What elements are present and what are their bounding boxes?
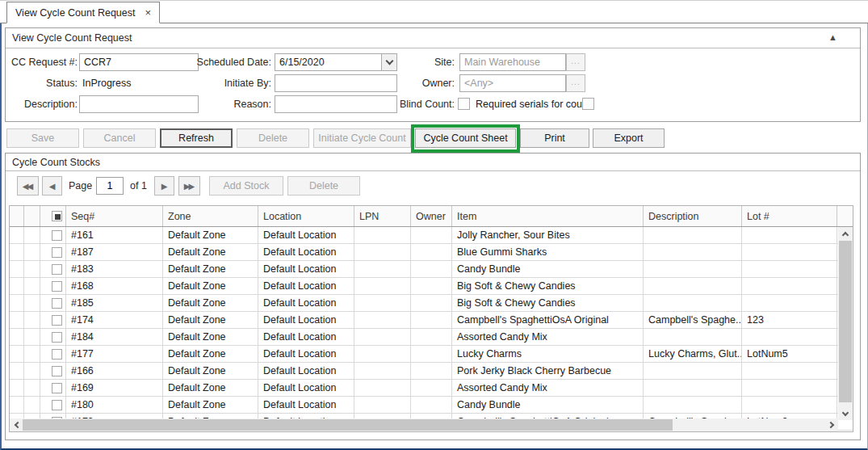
- cell-lot: [742, 278, 837, 295]
- table-row[interactable]: #184Default ZoneDefault LocationAssorted…: [10, 329, 853, 346]
- table-row[interactable]: #183Default ZoneDefault LocationCandy Bu…: [10, 261, 853, 278]
- scheduled-date-label: Scheduled Date:: [167, 53, 271, 71]
- header-state: [24, 206, 40, 226]
- pager-prev-button[interactable]: ◀: [42, 176, 62, 196]
- row-checkbox[interactable]: [52, 383, 62, 393]
- row-checkbox[interactable]: [52, 332, 62, 343]
- cell-description: [644, 227, 742, 244]
- horizontal-scrollbar[interactable]: [10, 418, 838, 431]
- header-lpn[interactable]: LPN: [354, 206, 411, 226]
- horizontal-scroll-thumb[interactable]: [23, 419, 673, 431]
- row-checkbox[interactable]: [52, 281, 62, 292]
- header-owner[interactable]: Owner: [411, 206, 452, 226]
- tab-title: View Cycle Count Request: [15, 7, 135, 19]
- refresh-button[interactable]: Refresh: [160, 128, 233, 148]
- delete-stock-button[interactable]: Delete: [287, 176, 360, 196]
- initiate-by-input[interactable]: [275, 74, 397, 92]
- table-row[interactable]: #161Default ZoneDefault LocationJolly Ra…: [10, 227, 853, 244]
- site-input[interactable]: [459, 53, 566, 71]
- table-row[interactable]: #174Default ZoneDefault LocationCampbell…: [10, 312, 853, 329]
- required-serials-checkbox[interactable]: [582, 98, 594, 110]
- row-indicator: [10, 346, 24, 363]
- scheduled-date-picker[interactable]: 6/15/2020: [275, 53, 397, 71]
- cell-seq: #187: [66, 244, 163, 261]
- cell-description: [644, 244, 742, 261]
- table-row[interactable]: #166Default ZoneDefault LocationPork Jer…: [10, 363, 853, 380]
- row-checkbox[interactable]: [52, 298, 62, 309]
- row-indicator: [10, 278, 24, 295]
- vertical-scroll-thumb[interactable]: [839, 241, 852, 402]
- page-number-input[interactable]: [96, 177, 124, 195]
- cell-owner: [411, 227, 452, 244]
- blind-count-label: Blind Count:: [367, 95, 455, 113]
- row-checkbox[interactable]: [52, 400, 62, 410]
- row-checkbox[interactable]: [52, 315, 62, 326]
- owner-input[interactable]: [459, 74, 566, 92]
- cell-item: Big Soft & Chewy Candies: [452, 295, 644, 312]
- header-item[interactable]: Item: [452, 206, 644, 226]
- cell-description: [644, 363, 742, 380]
- site-label: Site:: [393, 53, 455, 71]
- site-browse-button[interactable]: ...: [566, 53, 585, 71]
- blind-count-checkbox[interactable]: [458, 98, 470, 110]
- cell-lot: [742, 261, 837, 278]
- cycle-count-sheet-button[interactable]: Cycle Count Sheet: [415, 128, 516, 148]
- page-label: Page: [69, 176, 92, 196]
- vertical-scrollbar[interactable]: [838, 227, 853, 420]
- table-row[interactable]: #169Default ZoneDefault LocationAssorted…: [10, 380, 853, 397]
- scroll-down-icon[interactable]: [838, 407, 853, 420]
- table-row[interactable]: #177Default ZoneDefault LocationLucky Ch…: [10, 346, 853, 363]
- row-state-cell: [24, 312, 40, 329]
- cell-description: [644, 278, 742, 295]
- header-zone[interactable]: Zone: [163, 206, 258, 226]
- table-row[interactable]: #187Default ZoneDefault LocationBlue Gum…: [10, 244, 853, 261]
- cell-zone: Default Zone: [163, 380, 258, 397]
- pager-last-button[interactable]: ▶▶: [178, 176, 200, 196]
- initiate-cycle-count-button[interactable]: Initiate Cycle Count: [313, 128, 411, 148]
- scroll-right-icon[interactable]: [825, 418, 838, 431]
- pager-next-button[interactable]: ▶: [154, 176, 174, 196]
- collapse-panel-icon[interactable]: ▲: [828, 32, 837, 42]
- row-indicator: [10, 295, 24, 312]
- stocks-grid: Seq# Zone Location LPN Owner Item Descri…: [9, 205, 853, 432]
- add-stock-button[interactable]: Add Stock: [209, 176, 283, 196]
- print-button[interactable]: Print: [520, 128, 589, 148]
- save-button[interactable]: Save: [6, 128, 79, 148]
- header-description[interactable]: Description: [644, 206, 742, 226]
- tab-close-icon[interactable]: ×: [145, 7, 151, 18]
- row-checkbox[interactable]: [52, 230, 62, 241]
- scroll-up-icon[interactable]: [838, 227, 853, 240]
- cell-lpn: [354, 278, 411, 295]
- window-frame: View Cycle Count Request ▲ CC Request #:…: [0, 23, 868, 450]
- table-row[interactable]: #168Default ZoneDefault LocationBig Soft…: [10, 278, 853, 295]
- cell-seq: #166: [66, 363, 163, 380]
- header-location[interactable]: Location: [258, 206, 354, 226]
- header-lot[interactable]: Lot #: [742, 206, 837, 226]
- scroll-left-icon[interactable]: [10, 418, 23, 431]
- table-row[interactable]: #185Default ZoneDefault LocationBig Soft…: [10, 295, 853, 312]
- row-checkbox[interactable]: [52, 366, 62, 376]
- owner-browse-button[interactable]: ...: [566, 74, 585, 92]
- header-seq[interactable]: Seq#: [66, 206, 163, 226]
- pager-first-button[interactable]: ◀◀: [17, 176, 39, 196]
- cell-zone: Default Zone: [163, 346, 258, 363]
- tab-view-cycle-count-request[interactable]: View Cycle Count Request ×: [6, 2, 160, 23]
- cell-lpn: [354, 397, 411, 414]
- cell-seq: #184: [66, 329, 163, 346]
- cell-item: Blue Gummi Sharks: [452, 244, 644, 261]
- row-checkbox[interactable]: [52, 264, 62, 275]
- request-panel-header: View Cycle Count Request ▲: [6, 28, 860, 48]
- cell-zone: Default Zone: [163, 329, 258, 346]
- table-row[interactable]: #180Default ZoneDefault LocationCandy Bu…: [10, 397, 853, 414]
- delete-request-button[interactable]: Delete: [237, 128, 309, 148]
- cell-owner: [411, 363, 452, 380]
- row-checkbox[interactable]: [52, 349, 62, 360]
- row-state-cell: [24, 261, 40, 278]
- row-indicator: [10, 244, 24, 261]
- cell-description: [644, 261, 742, 278]
- cell-lot: [742, 397, 837, 414]
- export-button[interactable]: Export: [593, 128, 665, 148]
- row-checkbox[interactable]: [52, 247, 62, 258]
- cancel-button[interactable]: Cancel: [83, 128, 156, 148]
- select-all-checkbox[interactable]: [52, 211, 62, 221]
